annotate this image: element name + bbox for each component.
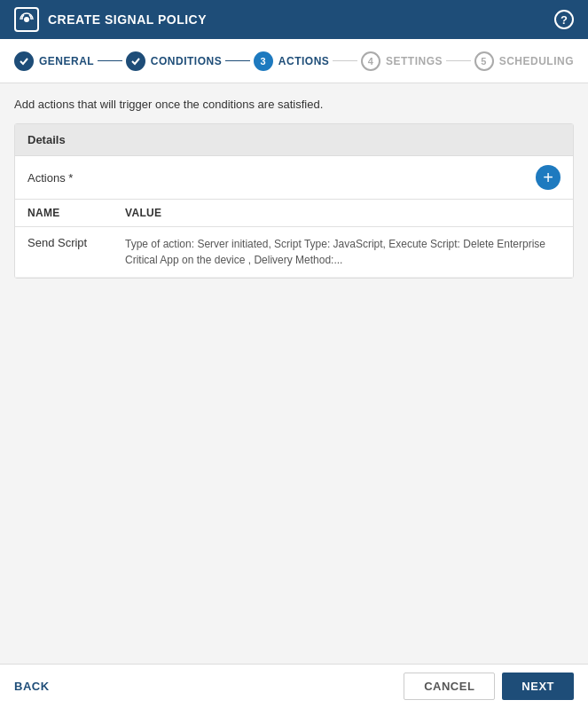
step-general-circle (14, 51, 34, 71)
actions-label: Actions * (27, 171, 73, 185)
step-scheduling[interactable]: 5 SCHEDULING (474, 51, 574, 71)
col-name-header: NAME (27, 207, 125, 219)
step-scheduling-label: SCHEDULING (499, 55, 574, 67)
col-value-header: VALUE (125, 207, 561, 219)
step-conditions-circle (126, 51, 145, 71)
help-icon[interactable]: ? (554, 10, 574, 29)
step-settings-label: SETTINGS (386, 55, 443, 67)
table-header: NAME VALUE (15, 200, 573, 227)
header-title: CREATE SIGNAL POLICY (48, 12, 207, 27)
header: CREATE SIGNAL POLICY ? (0, 0, 588, 39)
footer-right: CANCEL NEXT (404, 673, 574, 700)
signal-policy-icon (14, 7, 39, 32)
step-actions[interactable]: 3 ACTIONS (254, 51, 330, 71)
cancel-button[interactable]: CANCEL (404, 673, 495, 700)
step-conditions[interactable]: CONDITIONS (126, 51, 222, 71)
main-content: Add actions that will trigger once the c… (0, 83, 588, 664)
step-actions-label: ACTIONS (278, 55, 330, 67)
step-settings-circle: 4 (361, 51, 380, 71)
connector-1 (98, 60, 122, 61)
row-value: Type of action: Server initiated, Script… (125, 236, 561, 268)
header-left: CREATE SIGNAL POLICY (14, 7, 207, 32)
stepper: GENERAL CONDITIONS 3 ACTIONS 4 SETTINGS … (0, 39, 588, 83)
step-scheduling-circle: 5 (474, 51, 494, 71)
actions-row: Actions * + (15, 156, 573, 200)
step-settings[interactable]: 4 SETTINGS (361, 51, 443, 71)
connector-2 (225, 60, 250, 61)
step-actions-circle: 3 (254, 51, 273, 71)
back-button[interactable]: BACK (14, 680, 50, 693)
card-body: Actions * + NAME VALUE Send Script Type … (15, 156, 573, 278)
footer: BACK CANCEL NEXT (0, 664, 588, 708)
connector-4 (446, 60, 471, 61)
actions-table: NAME VALUE Send Script Type of action: S… (15, 200, 573, 278)
details-card: Details Actions * + NAME VALUE Send Scri… (14, 123, 574, 279)
step-general-label: GENERAL (39, 55, 94, 67)
card-header: Details (15, 124, 573, 156)
table-row[interactable]: Send Script Type of action: Server initi… (15, 227, 573, 278)
row-name: Send Script (27, 236, 125, 249)
step-general[interactable]: GENERAL (14, 51, 94, 71)
step-conditions-label: CONDITIONS (151, 55, 222, 67)
page-subtitle: Add actions that will trigger once the c… (14, 98, 574, 111)
connector-3 (333, 60, 357, 61)
svg-point-0 (24, 17, 29, 22)
next-button[interactable]: NEXT (502, 673, 574, 700)
add-action-button[interactable]: + (536, 165, 561, 190)
